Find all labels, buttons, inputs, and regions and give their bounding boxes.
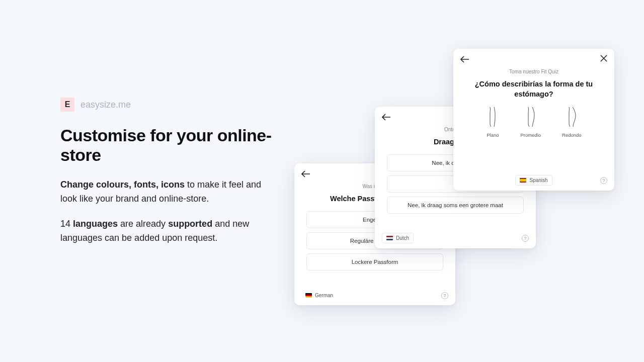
- language-label: Spanish: [529, 177, 547, 183]
- body-round-icon: [565, 106, 578, 127]
- help-icon[interactable]: ?: [600, 177, 607, 184]
- shape-option-average[interactable]: Promedio: [520, 106, 541, 138]
- flag-de-icon: [305, 293, 312, 298]
- shape-label: Redondo: [562, 132, 582, 138]
- brand-name: easysize.me: [80, 100, 131, 110]
- paragraph-1-bold: Change colours, fonts, icons: [60, 179, 185, 190]
- paragraph-2: 14 languages are already supported and n…: [60, 217, 262, 245]
- shape-option-round[interactable]: Redondo: [562, 106, 582, 138]
- language-label: Dutch: [396, 235, 409, 241]
- card-title: ¿Cómo describirías la forma de tu estóma…: [467, 79, 600, 99]
- close-icon[interactable]: [600, 55, 607, 62]
- fit-option[interactable]: Lockere Passform: [306, 253, 443, 270]
- quiz-card-spanish: Toma nuestro Fit Quiz ¿Cómo describirías…: [453, 49, 614, 191]
- language-badge[interactable]: Spanish: [515, 175, 552, 186]
- card-subtitle: Toma nuestro Fit Quiz: [453, 69, 614, 74]
- brand-logo: E: [60, 98, 74, 112]
- help-icon[interactable]: ?: [441, 292, 448, 299]
- shape-option-flat[interactable]: Plano: [486, 106, 499, 138]
- back-arrow-icon[interactable]: [460, 56, 469, 63]
- body-flat-icon: [486, 106, 499, 127]
- shape-label: Promedio: [520, 132, 541, 138]
- shape-label: Plano: [487, 132, 499, 138]
- headline: Customise for your online-store: [60, 126, 272, 165]
- body-average-icon: [524, 106, 537, 127]
- language-label: German: [315, 293, 333, 298]
- fit-option[interactable]: Nee, ik draag soms een grotere maat: [387, 197, 524, 214]
- back-arrow-icon[interactable]: [301, 170, 310, 177]
- language-badge[interactable]: German: [301, 291, 337, 300]
- help-icon[interactable]: ?: [522, 235, 529, 242]
- brand: E easysize.me: [60, 98, 272, 112]
- flag-es-icon: [520, 178, 526, 183]
- flag-nl-icon: [386, 236, 393, 240]
- back-arrow-icon[interactable]: [382, 114, 391, 121]
- paragraph-1: Change colours, fonts, icons to make it …: [60, 178, 262, 206]
- language-badge[interactable]: Dutch: [382, 233, 414, 243]
